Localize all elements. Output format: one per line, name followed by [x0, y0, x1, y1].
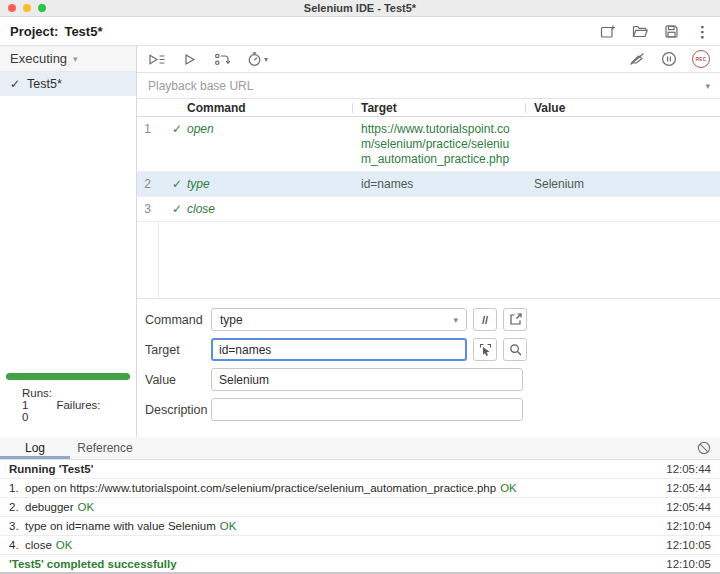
pause-on-exceptions-button[interactable]: [661, 51, 677, 67]
open-project-button[interactable]: [632, 24, 648, 39]
disable-breakpoints-button[interactable]: [628, 51, 646, 67]
open-folder-icon: [632, 24, 648, 39]
more-options-button[interactable]: ⋮: [695, 24, 710, 39]
test-speed-button[interactable]: ▾: [247, 51, 268, 67]
editor-panel: ▾ REC ▾: [137, 46, 720, 437]
column-command: Command: [158, 101, 352, 115]
description-form-row: Description: [145, 398, 720, 421]
project-label: Project:: [10, 24, 58, 39]
project-bar: Project:Test5* ⋮: [0, 17, 720, 46]
command-row[interactable]: 3 ✓close: [137, 197, 720, 222]
step-over-button[interactable]: [213, 52, 230, 67]
command-row-number: 3: [137, 197, 158, 221]
project-actions: ⋮: [600, 24, 710, 39]
log-entry-text: 'Test5' completed successfully: [9, 558, 177, 570]
log-entry-status: OK: [500, 482, 517, 494]
runs-label: Runs:: [22, 387, 52, 399]
toolbar-right-group: REC: [628, 50, 710, 68]
description-field-label: Description: [145, 403, 211, 417]
play-all-icon: [147, 52, 166, 67]
log-entry-time: 12:10:05: [658, 558, 711, 570]
run-progress-bar: [6, 373, 130, 380]
runs-count: 1: [22, 399, 28, 411]
log-entry: Running 'Test5' 12:05:44: [0, 460, 720, 479]
open-in-new-window-button[interactable]: [503, 308, 527, 331]
sidebar-spacer: [0, 96, 136, 373]
pause-circle-icon: [661, 51, 677, 67]
target-form-row: Target: [145, 338, 720, 361]
value-input[interactable]: [211, 368, 523, 391]
find-target-button[interactable]: [503, 338, 527, 361]
command-select[interactable]: type ▾: [211, 308, 467, 331]
value-cell: [525, 197, 720, 221]
project-name: Test5*: [64, 24, 102, 39]
project-title: Project:Test5*: [10, 24, 102, 39]
target-cell: [352, 197, 525, 221]
sidebar-item-test5[interactable]: ✓ Test5*: [0, 72, 136, 96]
run-current-test-button[interactable]: [183, 52, 196, 67]
command-form-row: Command type ▾ //: [145, 308, 720, 331]
command-row[interactable]: 1 ✓open https://www.tutorialspoint.com/s…: [137, 117, 720, 172]
clear-log-icon: [697, 441, 711, 455]
target-cursor-icon: [479, 343, 492, 356]
target-cell: https://www.tutorialspoint.com/selenium/…: [352, 117, 525, 171]
tab-log[interactable]: Log: [0, 437, 70, 459]
chevron-down-icon: ▾: [73, 54, 78, 64]
tests-view-dropdown[interactable]: Executing ▾: [0, 46, 136, 72]
clear-log-button[interactable]: [697, 437, 720, 459]
tests-sidebar: Executing ▾ ✓ Test5* Runs: 1Failures: 0: [0, 46, 137, 437]
select-target-in-page-button[interactable]: [473, 338, 497, 361]
commands-table-header: Command Target Value: [137, 99, 720, 117]
description-input[interactable]: [211, 398, 523, 421]
window-title: Selenium IDE - Test5*: [0, 2, 720, 14]
log-entry: 4. close OK 12:10:05: [0, 536, 720, 555]
log-entry-number: 4.: [9, 539, 25, 551]
run-all-tests-button[interactable]: [147, 52, 166, 67]
column-divider: [352, 103, 353, 113]
command-select-value: type: [220, 313, 243, 327]
save-project-button[interactable]: [664, 24, 679, 39]
log-entry-status: OK: [78, 501, 95, 513]
command-passed-check-icon: ✓: [172, 177, 182, 192]
target-input[interactable]: [211, 338, 467, 361]
playback-base-url-input[interactable]: [137, 73, 720, 98]
log-entry-status: OK: [56, 539, 73, 551]
log-entry-number: 2.: [9, 501, 25, 513]
log-entry-time: 12:05:44: [658, 482, 711, 494]
value-field-label: Value: [145, 373, 211, 387]
command-cell: ✓close: [158, 197, 352, 221]
log-panel: Log Reference Running 'Test5' 12:05:44 1…: [0, 437, 720, 572]
log-entry-text: close: [25, 539, 52, 551]
test-name: Test5*: [27, 77, 62, 91]
log-entry-time: 12:05:44: [658, 501, 711, 513]
column-target: Target: [352, 101, 525, 115]
chevron-down-icon: ▾: [264, 55, 268, 64]
command-passed-check-icon: ✓: [172, 202, 182, 217]
column-value: Value: [525, 101, 720, 115]
log-entries: Running 'Test5' 12:05:44 1. open on http…: [0, 460, 720, 572]
playback-toolbar: ▾ REC: [137, 46, 720, 73]
runs-summary: Runs: 1Failures: 0: [0, 380, 136, 437]
stopwatch-icon: [247, 51, 262, 67]
new-project-button[interactable]: [600, 24, 616, 39]
toggle-comment-button[interactable]: //: [473, 308, 497, 331]
target-field-label: Target: [145, 343, 211, 357]
titlebar: Selenium IDE - Test5*: [0, 0, 720, 17]
selenium-ide-window: Selenium IDE - Test5* Project:Test5* ⋮: [0, 0, 720, 574]
target-cell: id=names: [352, 172, 525, 196]
record-button[interactable]: REC: [692, 50, 710, 68]
log-entry: 1. open on https://www.tutorialspoint.co…: [0, 479, 720, 498]
play-icon: [183, 52, 196, 67]
log-tab-bar: Log Reference: [0, 437, 720, 460]
toolbar-left-group: ▾: [147, 51, 268, 67]
command-row[interactable]: 2 ✓type id=names Selenium: [137, 172, 720, 197]
chevron-down-icon: ▾: [453, 315, 458, 325]
tab-reference[interactable]: Reference: [70, 437, 140, 459]
log-entry-number: 3.: [9, 520, 25, 532]
rec-label: REC: [695, 56, 706, 62]
log-entry-text: Running 'Test5': [9, 463, 93, 475]
failures-count: 0: [22, 411, 28, 423]
progress-wrap: [0, 373, 136, 380]
command-passed-check-icon: ✓: [172, 122, 182, 137]
log-entry-number: 1.: [9, 482, 25, 494]
